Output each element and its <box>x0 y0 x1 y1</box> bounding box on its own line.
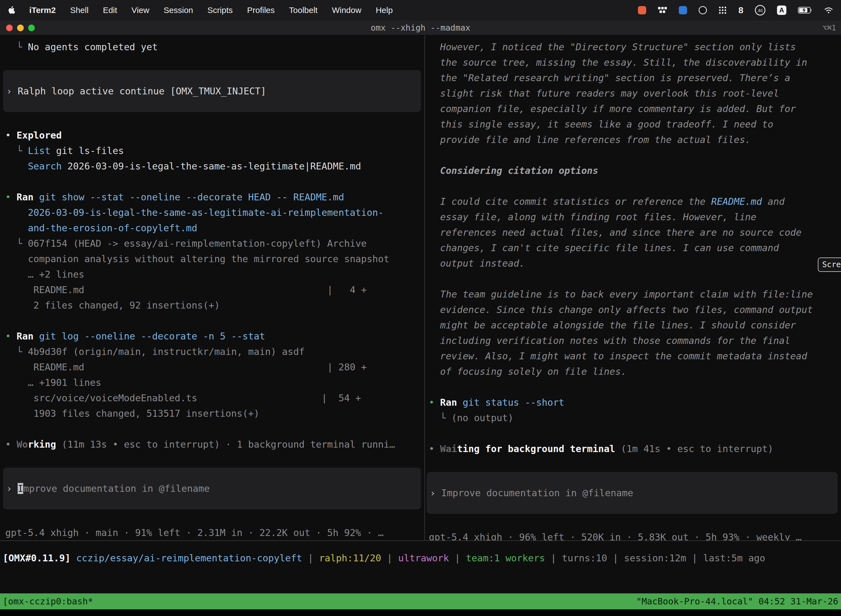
close-window-button[interactable] <box>6 25 13 31</box>
zoom-window-button[interactable] <box>28 25 35 31</box>
menu-toolbelt[interactable]: Toolbelt <box>289 6 318 15</box>
text-segment: | <box>545 553 562 563</box>
text-segment: team:1 workers <box>466 553 545 563</box>
text-segment <box>5 161 28 172</box>
text-segment: git status --short <box>463 397 564 408</box>
macos-menubar: iTerm2 ShellEditViewSessionScriptsProfil… <box>0 0 841 21</box>
ralph-loop-banner[interactable]: › Ralph loop active continue [OMX_TMUX_I… <box>3 70 421 112</box>
menu-edit[interactable]: Edit <box>103 6 117 15</box>
text-segment: 2026-03-09-is-legal-the-same-as-legitima… <box>62 161 361 172</box>
explored-header: • Explored <box>5 128 424 143</box>
ran-command: • Ran git show --stat --oneline --decora… <box>5 189 424 205</box>
prompt-input[interactable]: › Improve documentation in @filename <box>426 472 838 514</box>
left-pane-content[interactable]: └ No agents completed yet› Ralph loop ac… <box>0 35 424 540</box>
text-segment: • <box>5 192 16 202</box>
text-segment: • <box>429 443 440 454</box>
text-segment: … +1901 lines <box>5 377 101 388</box>
terminal-line: └ No agents completed yet <box>5 39 424 55</box>
text-segment: the "Related research writing" section i… <box>440 72 790 84</box>
screen-recording-indicator-icon[interactable] <box>638 6 646 14</box>
battery-icon[interactable] <box>798 7 812 13</box>
terminal-line: I could cite commit statistics or refere… <box>429 194 841 209</box>
text-segment: └ <box>5 238 28 249</box>
battery-percent-icon[interactable]: .61 <box>755 5 765 15</box>
text-segment: ultrawork <box>398 553 449 563</box>
grid-icon[interactable] <box>658 7 667 14</box>
terminal-line: slight risk that future readers may over… <box>429 85 841 101</box>
traffic-lights <box>0 25 35 31</box>
terminal-line: The team guideline is to back every impo… <box>429 286 841 302</box>
terminal-line: … +2 lines <box>5 267 424 282</box>
session-stats: gpt-5.4 xhigh · 96% left · 520K in · 5.8… <box>429 529 841 540</box>
input-source-icon[interactable]: A <box>777 6 786 15</box>
terminal-line: src/voice/voiceModeEnabled.ts | 54 + <box>5 390 424 406</box>
menu-window[interactable]: Window <box>332 6 362 15</box>
window-shortcut-badge: ⌥⌘1 <box>822 23 841 32</box>
terminal-line: 2026-03-09-is-legal-the-same-as-legitima… <box>5 205 424 220</box>
terminal-line: the source tree, missing the essay. Stil… <box>429 55 841 70</box>
menu-items-container: ShellEditViewSessionScriptsProfilesToolb… <box>70 6 393 15</box>
terminal-line: 2 files changed, 92 insertions(+) <box>5 298 424 313</box>
text-segment: src/voice/voiceModeEnabled.ts | 54 + <box>5 392 361 403</box>
text-segment: • <box>5 331 16 342</box>
terminal-line: might be acceptable alongside the file l… <box>429 317 841 333</box>
terminal-line: and-the-erosion-of-copyleft.md <box>5 220 424 236</box>
apple-menu-icon[interactable] <box>8 6 15 15</box>
text-segment: └ <box>429 412 451 423</box>
desktop-screen: iTerm2 ShellEditViewSessionScriptsProfil… <box>0 0 841 616</box>
text-segment: The team guideline is to back every impo… <box>440 289 813 300</box>
terminal-line: including verification notes with those … <box>429 333 841 348</box>
menu-session[interactable]: Session <box>164 6 193 15</box>
text-segment: 2 files changed, 92 insertions(+) <box>5 300 220 311</box>
text-segment <box>5 223 28 233</box>
key-icon[interactable]: 8 <box>738 5 743 15</box>
terminal-line: 1903 files changed, 513517 insertions(+) <box>5 406 424 421</box>
text-segment: Considering citation options <box>440 165 598 176</box>
text-segment: | <box>302 553 319 563</box>
menu-app-name[interactable]: iTerm2 <box>29 6 56 15</box>
terminal-line: companion file, especially if more comme… <box>429 101 841 116</box>
menu-profiles[interactable]: Profiles <box>247 6 274 15</box>
terminal-line: essay file, along with finding root file… <box>429 209 841 224</box>
dark-circle-icon[interactable] <box>699 6 707 14</box>
terminal-line: review. Also, I might want to inspect th… <box>429 348 841 364</box>
menu-scripts[interactable]: Scripts <box>208 6 233 15</box>
reasoning-heading: Considering citation options <box>429 163 841 178</box>
text-segment: › <box>430 487 441 499</box>
blank-line <box>429 379 841 395</box>
text-segment: (11m 13s • esc to interrupt) · 1 backgro… <box>56 439 395 450</box>
text-segment: review. Also, I might want to inspect th… <box>440 351 807 362</box>
text-segment: mprove documentation in @filename <box>23 483 210 494</box>
menu-help[interactable]: Help <box>376 6 393 15</box>
prompt-input[interactable]: › Improve documentation in @filename <box>3 468 421 509</box>
blank-line <box>429 425 841 441</box>
text-segment: slight risk that future readers may over… <box>440 88 779 99</box>
terminal-line: … +1901 lines <box>5 375 424 390</box>
menu-shell[interactable]: Shell <box>70 6 89 15</box>
text-segment: Ran <box>16 192 34 202</box>
screen-edge-tooltip[interactable]: Scre <box>818 258 841 272</box>
text-segment: Wo <box>16 439 28 450</box>
text-segment: evidence. Since this change only affects… <box>440 304 813 315</box>
wifi-icon[interactable] <box>824 7 833 14</box>
menubar-status-icons: 8 .61 A <box>638 5 833 15</box>
text-segment: this single essay, it seems like a good … <box>440 119 774 130</box>
waiting-status: • Waiting for background terminal (1m 41… <box>429 441 841 456</box>
text-segment: including verification notes with those … <box>440 335 790 346</box>
text-segment: turns:10 <box>562 553 607 563</box>
tmux-host-clock-label: "MacBook-Pro-44.local" 04:52 31-Mar-26 <box>636 596 838 607</box>
window-titlebar[interactable]: omx --xhigh --madmax ⌥⌘1 <box>0 21 841 35</box>
blue-app-icon[interactable] <box>679 6 687 14</box>
text-segment: I could cite commit statistics or refere… <box>440 196 711 207</box>
text-segment: README.md | 4 + <box>5 284 367 295</box>
dots-grid-icon[interactable] <box>718 6 727 14</box>
window-title: omx --xhigh --madmax <box>371 23 470 32</box>
terminal-window: └ No agents completed yet› Ralph loop ac… <box>0 35 841 541</box>
text-segment: 067f154 (HEAD -> essay/ai-reimplementati… <box>28 238 367 249</box>
minimize-window-button[interactable] <box>17 25 24 31</box>
text-segment: (1m 41s • esc to interrupt) <box>615 443 774 454</box>
text-segment: README.md | 280 + <box>5 362 367 373</box>
right-pane-content[interactable]: However, I noticed the "Directory Struct… <box>425 35 841 540</box>
menu-view[interactable]: View <box>132 6 149 15</box>
text-segment: (no output) <box>451 412 513 423</box>
